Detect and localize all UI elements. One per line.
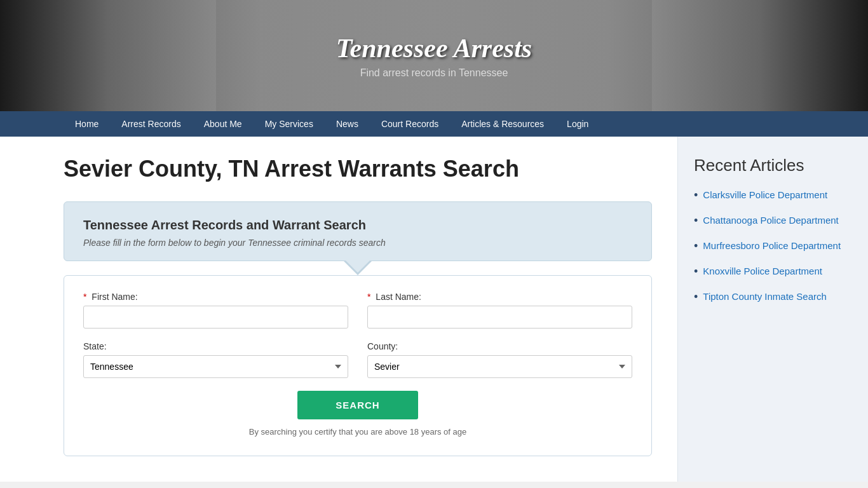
bullet-icon: • (694, 214, 698, 227)
site-title: Tennessee Arrests (336, 33, 532, 64)
last-name-required: * (367, 292, 370, 302)
header-hands-left (0, 0, 216, 111)
article-link-clarksville[interactable]: Clarksville Police Department (703, 188, 827, 201)
first-name-group: * First Name: (83, 292, 348, 329)
site-subtitle: Find arrest records in Tennessee (336, 67, 532, 79)
first-name-required: * (83, 292, 86, 302)
state-group: State: Tennessee (83, 341, 348, 378)
county-select[interactable]: Sevier (367, 355, 632, 378)
search-button-container: SEARCH (83, 391, 632, 419)
bullet-icon: • (694, 290, 698, 304)
county-group: County: Sevier (367, 341, 632, 378)
first-name-label: * First Name: (83, 292, 348, 302)
sidebar-title: Recent Articles (694, 156, 852, 175)
bullet-icon: • (694, 265, 698, 278)
nav-login[interactable]: Login (555, 111, 600, 137)
nav-news[interactable]: News (325, 111, 370, 137)
search-box-title: Tennessee Arrest Records and Warrant Sea… (83, 218, 632, 233)
recent-articles-list: • Clarksville Police Department • Chatta… (694, 188, 852, 304)
state-label: State: (83, 341, 348, 351)
sidebar: Recent Articles • Clarksville Police Dep… (677, 137, 868, 482)
county-label: County: (367, 341, 632, 351)
search-button[interactable]: SEARCH (297, 391, 417, 419)
nav-arrest-records[interactable]: Arrest Records (110, 111, 192, 137)
header-hands-right (652, 0, 868, 111)
search-disclaimer: By searching you certify that you are ab… (83, 427, 632, 437)
list-item: • Tipton County Inmate Search (694, 290, 852, 304)
nav-articles-resources[interactable]: Articles & Resources (450, 111, 555, 137)
location-row: State: Tennessee County: Sevier (83, 341, 632, 378)
bullet-icon: • (694, 189, 698, 202)
last-name-label: * Last Name: (367, 292, 632, 302)
nav-about-me[interactable]: About Me (193, 111, 254, 137)
article-link-chattanooga[interactable]: Chattanooga Police Department (703, 214, 838, 227)
last-name-input[interactable] (367, 306, 632, 329)
search-box-outer: Tennessee Arrest Records and Warrant Sea… (64, 201, 652, 261)
main-nav: Home Arrest Records About Me My Services… (0, 111, 868, 137)
triangle-pointer (344, 261, 372, 275)
list-item: • Knoxville Police Department (694, 264, 852, 278)
main-container: Sevier County, TN Arrest Warrants Search… (0, 137, 868, 482)
last-name-group: * Last Name: (367, 292, 632, 329)
search-form-container: * First Name: * Last Name: State: (64, 275, 652, 456)
article-link-knoxville[interactable]: Knoxville Police Department (703, 264, 822, 278)
content-area: Sevier County, TN Arrest Warrants Search… (0, 137, 677, 482)
list-item: • Chattanooga Police Department (694, 214, 852, 227)
article-link-tipton[interactable]: Tipton County Inmate Search (703, 290, 827, 303)
state-select[interactable]: Tennessee (83, 355, 348, 378)
nav-my-services[interactable]: My Services (254, 111, 325, 137)
article-link-murfreesboro[interactable]: Murfreesboro Police Department (703, 239, 841, 252)
list-item: • Clarksville Police Department (694, 188, 852, 202)
list-item: • Murfreesboro Police Department (694, 239, 852, 253)
search-box-subtitle: Please fill in the form below to begin y… (83, 238, 632, 248)
nav-home[interactable]: Home (64, 111, 110, 137)
first-name-input[interactable] (83, 306, 348, 329)
nav-court-records[interactable]: Court Records (370, 111, 450, 137)
header-text-block: Tennessee Arrests Find arrest records in… (336, 33, 532, 79)
name-row: * First Name: * Last Name: (83, 292, 632, 329)
page-title: Sevier County, TN Arrest Warrants Search (64, 156, 652, 182)
bullet-icon: • (694, 240, 698, 253)
site-header: Tennessee Arrests Find arrest records in… (0, 0, 868, 111)
